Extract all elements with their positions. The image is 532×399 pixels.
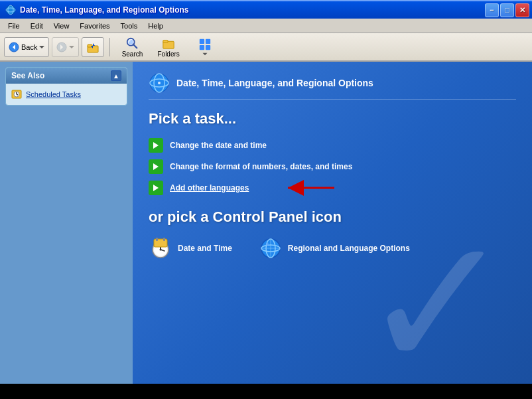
title-bar-left: Date, Time, Language, and Regional Optio… [5, 5, 188, 15]
svg-marker-22 [202, 52, 207, 55]
menu-view[interactable]: View [48, 21, 75, 31]
svg-marker-31 [153, 142, 159, 149]
svg-point-49 [266, 243, 269, 246]
svg-rect-17 [163, 40, 168, 42]
icon-grid: Date and Time Regional and Language Opti… [149, 236, 516, 260]
toolbar: Back [0, 33, 532, 61]
task-arrow-icon-1 [149, 138, 163, 153]
task-item-1[interactable]: Change the date and time [149, 138, 516, 153]
regional-language-label: Regional and Language Options [288, 244, 410, 253]
page-header-icon [149, 72, 170, 94]
menu-tools[interactable]: Tools [115, 21, 143, 31]
forward-button[interactable] [52, 37, 79, 57]
regional-language-icon-item[interactable]: Regional and Language Options [259, 236, 410, 260]
svg-marker-8 [69, 46, 74, 48]
search-label: Search [122, 50, 143, 58]
date-time-icon-item[interactable]: Date and Time [149, 236, 232, 260]
content-panel: ✓ Date, Time, Language, and Regional Opt… [133, 62, 532, 384]
up-button[interactable] [82, 37, 104, 57]
svg-marker-32 [153, 163, 159, 170]
back-label: Back [21, 43, 37, 51]
folders-button[interactable]: Folders [151, 36, 185, 58]
back-button[interactable]: Back [4, 37, 49, 57]
close-button[interactable]: ✕ [515, 3, 529, 17]
search-button[interactable]: Search [115, 36, 149, 58]
forward-arrow-icon [56, 42, 67, 52]
page-header-title: Date, Time, Language, and Regional Optio… [176, 78, 373, 88]
menu-file[interactable]: File [3, 21, 25, 31]
red-arrow-indicator [281, 175, 341, 200]
see-also-box: See Also ▲ Scheduled Tasks [5, 67, 127, 106]
see-also-collapse-button[interactable]: ▲ [111, 70, 121, 81]
task-link-2[interactable]: Change the format of numbers, dates, and… [170, 162, 352, 171]
svg-rect-20 [200, 44, 204, 49]
main-area: See Also ▲ Scheduled Tasks ✓ [0, 62, 532, 384]
search-icon [125, 37, 139, 50]
svg-rect-43 [163, 238, 165, 241]
svg-point-15 [129, 40, 131, 42]
date-time-icon [149, 236, 172, 260]
back-dropdown-icon [39, 44, 44, 50]
scheduled-tasks-label: Scheduled Tasks [26, 90, 81, 98]
scheduled-tasks-icon [11, 89, 22, 100]
svg-rect-42 [156, 238, 158, 241]
views-icon [198, 38, 212, 51]
toolbar-separator-1 [109, 38, 110, 56]
title-bar-buttons: − □ ✕ [485, 3, 529, 17]
svg-point-40 [160, 249, 162, 251]
pick-task-title: Pick a task... [149, 110, 516, 127]
folders-icon [162, 37, 175, 50]
forward-dropdown-icon [69, 44, 74, 50]
menu-help[interactable]: Help [143, 21, 168, 31]
svg-marker-5 [39, 46, 44, 48]
task-item-3[interactable]: Add other languages [149, 181, 516, 195]
views-dropdown-icon [202, 52, 208, 56]
see-also-content: Scheduled Tasks [6, 84, 127, 105]
menu-bar: File Edit View Favorites Tools Help [0, 19, 532, 33]
sidebar: See Also ▲ Scheduled Tasks [0, 62, 133, 384]
title-bar: Date, Time, Language, and Regional Optio… [0, 0, 532, 19]
svg-marker-33 [153, 185, 159, 191]
svg-line-14 [133, 44, 137, 47]
task-arrow-icon-3 [149, 181, 163, 195]
maximize-button[interactable]: □ [500, 3, 514, 17]
see-also-label: See Also [11, 71, 44, 80]
window-title: Date, Time, Language, and Regional Optio… [20, 5, 188, 15]
folders-label: Folders [157, 50, 179, 58]
back-arrow-icon [9, 42, 19, 52]
pick-icon-title: or pick a Control Panel icon [149, 208, 516, 226]
views-button[interactable] [188, 36, 222, 58]
task-item-2[interactable]: Change the format of numbers, dates, and… [149, 159, 516, 174]
title-bar-icon [5, 5, 16, 15]
svg-point-0 [6, 5, 15, 15]
task-link-3[interactable]: Add other languages [170, 183, 249, 193]
menu-favorites[interactable]: Favorites [74, 21, 115, 31]
svg-rect-18 [200, 39, 204, 43]
svg-point-30 [158, 82, 161, 84]
page-header: Date, Time, Language, and Regional Optio… [149, 72, 516, 100]
up-folder-icon [86, 40, 100, 54]
menu-edit[interactable]: Edit [25, 21, 48, 31]
regional-language-icon [259, 236, 283, 260]
task-link-1[interactable]: Change the date and time [170, 141, 267, 150]
minimize-button[interactable]: − [485, 3, 499, 17]
date-time-label: Date and Time [178, 244, 232, 253]
svg-line-26 [17, 94, 18, 95]
svg-rect-19 [206, 39, 210, 43]
task-arrow-icon-2 [149, 159, 163, 174]
scheduled-tasks-link[interactable]: Scheduled Tasks [11, 88, 121, 101]
svg-rect-21 [206, 44, 210, 49]
see-also-header: See Also ▲ [6, 68, 127, 84]
